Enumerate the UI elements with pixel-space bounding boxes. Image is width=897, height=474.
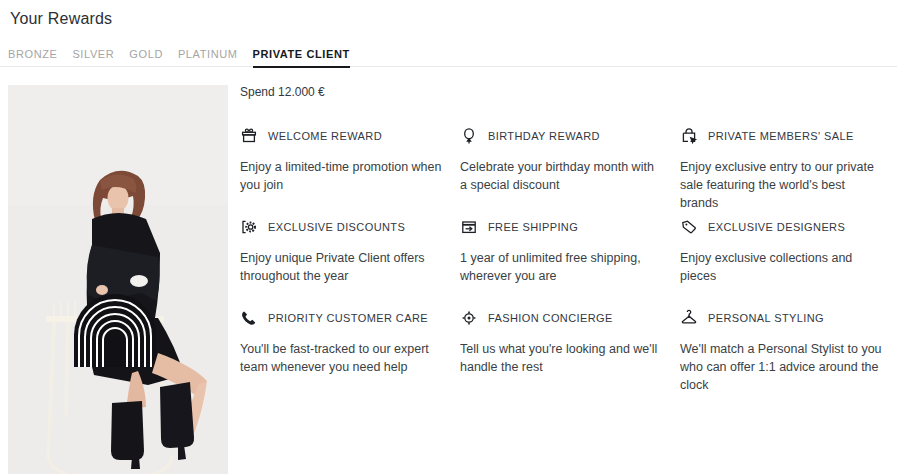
page-title: Your Rewards (10, 10, 112, 28)
reward-private-sale: PRIVATE MEMBERS' SALE Enjoy exclusive en… (680, 127, 897, 218)
reward-description: Enjoy a limited-time promotion when you … (240, 158, 442, 194)
reward-description: We'll match a Personal Stylist to you wh… (680, 340, 882, 394)
reward-title: WELCOME REWARD (268, 130, 382, 142)
reward-welcome: WELCOME REWARD Enjoy a limited-time prom… (240, 127, 460, 218)
rewards-tabbar: BRONZE SILVER GOLD PLATINUM PRIVATE CLIE… (0, 48, 897, 67)
reward-discounts: EXCLUSIVE DISCOUNTS Enjoy unique Private… (240, 218, 460, 309)
phone-icon (240, 309, 258, 327)
reward-description: Enjoy unique Private Client offers throu… (240, 249, 442, 285)
reward-title: PRIORITY CUSTOMER CARE (268, 312, 428, 324)
tab-private-client[interactable]: PRIVATE CLIENT (253, 48, 350, 68)
tab-bronze[interactable]: BRONZE (8, 48, 57, 68)
reward-description: Enjoy exclusive collections and pieces (680, 249, 882, 285)
reward-description: Enjoy exclusive entry to our private sal… (680, 158, 882, 212)
target-icon (460, 309, 478, 327)
shopping-bag-icon (680, 127, 698, 145)
rewards-grid: WELCOME REWARD Enjoy a limited-time prom… (240, 127, 890, 400)
reward-title: BIRTHDAY REWARD (488, 130, 600, 142)
reward-description: You'll be fast-tracked to our expert tea… (240, 340, 442, 376)
reward-description: Celebrate your birthday month with a spe… (460, 158, 662, 194)
spend-requirement: Spend 12.000 € (240, 85, 890, 99)
reward-description: 1 year of unlimited free shipping, where… (460, 249, 662, 285)
reward-title: EXCLUSIVE DESIGNERS (708, 221, 845, 233)
hero-photo (8, 85, 228, 474)
reward-customer-care: PRIORITY CUSTOMER CARE You'll be fast-tr… (240, 309, 460, 400)
balloon-icon (460, 127, 478, 145)
hanger-icon (680, 309, 698, 327)
reward-title: PRIVATE MEMBERS' SALE (708, 130, 854, 142)
hero-photo-illustration (8, 85, 228, 474)
package-icon (460, 218, 478, 236)
reward-description: Tell us what you're looking and we'll ha… (460, 340, 662, 376)
reward-title: EXCLUSIVE DISCOUNTS (268, 221, 405, 233)
reward-styling: PERSONAL STYLING We'll match a Personal … (680, 309, 897, 400)
tab-gold[interactable]: GOLD (129, 48, 163, 68)
reward-concierge: FASHION CONCIERGE Tell us what you're lo… (460, 309, 680, 400)
reward-title: FREE SHIPPING (488, 221, 578, 233)
gift-icon (240, 127, 258, 145)
reward-title: FASHION CONCIERGE (488, 312, 613, 324)
reward-designers: EXCLUSIVE DESIGNERS Enjoy exclusive coll… (680, 218, 897, 309)
reward-birthday: BIRTHDAY REWARD Celebrate your birthday … (460, 127, 680, 218)
tab-silver[interactable]: SILVER (72, 48, 114, 68)
rewards-content: Spend 12.000 € WELCOME REWARD Enjoy a li… (240, 85, 890, 400)
reward-title: PERSONAL STYLING (708, 312, 824, 324)
discount-badge-icon (240, 218, 258, 236)
reward-free-shipping: FREE SHIPPING 1 year of unlimited free s… (460, 218, 680, 309)
tag-icon (680, 218, 698, 236)
tab-platinum[interactable]: PLATINUM (178, 48, 238, 68)
